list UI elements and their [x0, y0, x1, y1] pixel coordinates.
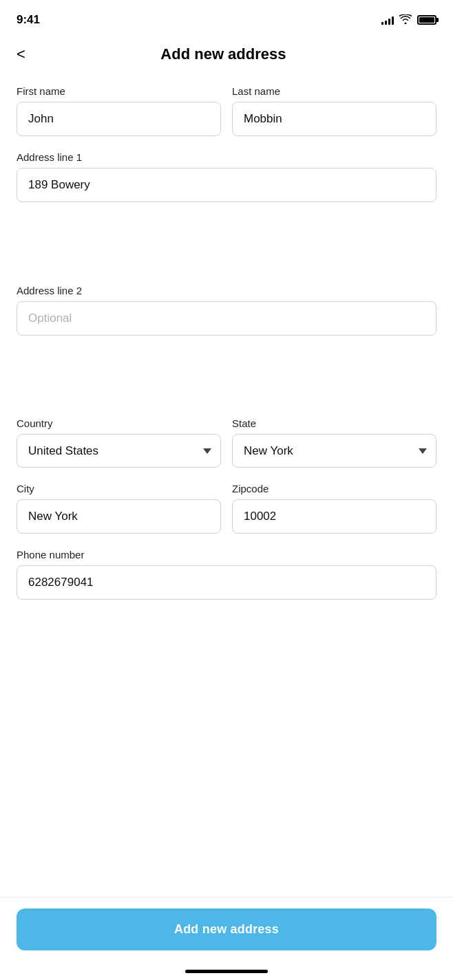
status-icons: [381, 14, 436, 26]
city-zip-row: City Zipcode: [17, 483, 436, 534]
city-group: City: [17, 483, 221, 534]
phone-label: Phone number: [17, 549, 436, 560]
city-input[interactable]: [17, 499, 221, 534]
first-name-input[interactable]: [17, 102, 221, 136]
page-title: Add new address: [31, 45, 416, 63]
country-group: Country United States Canada United King…: [17, 417, 221, 468]
phone-input[interactable]: [17, 565, 436, 600]
state-select-wrapper: New York California Texas: [232, 434, 436, 468]
country-select[interactable]: United States Canada United Kingdom: [17, 434, 221, 468]
bottom-action-area: Add new address: [0, 897, 453, 964]
city-label: City: [17, 483, 221, 494]
status-bar: 9:41: [0, 0, 453, 36]
first-name-label: First name: [17, 85, 221, 97]
signal-icon: [381, 15, 394, 25]
first-name-group: First name: [17, 85, 221, 136]
name-row: First name Last name: [17, 85, 436, 136]
phone-group: Phone number: [17, 549, 436, 667]
address-line2-input[interactable]: [17, 301, 436, 336]
address-line1-label: Address line 1: [17, 151, 436, 163]
state-label: State: [232, 417, 436, 429]
status-time: 9:41: [17, 13, 40, 27]
add-address-button[interactable]: Add new address: [17, 908, 436, 950]
home-bar: [185, 970, 268, 973]
last-name-label: Last name: [232, 85, 436, 97]
zipcode-group: Zipcode: [232, 483, 436, 534]
address-line1-group: Address line 1: [17, 151, 436, 270]
country-select-wrapper: United States Canada United Kingdom: [17, 434, 221, 468]
home-indicator: [0, 964, 453, 980]
battery-icon: [417, 15, 436, 25]
address-line2-label: Address line 2: [17, 285, 436, 296]
state-group: State New York California Texas: [232, 417, 436, 468]
country-label: Country: [17, 417, 221, 429]
form-container: First name Last name Address line 1 Addr…: [0, 77, 453, 696]
header: < Add new address: [0, 36, 453, 77]
bottom-spacer: [0, 696, 453, 897]
back-button[interactable]: <: [17, 43, 31, 66]
country-state-row: Country United States Canada United King…: [17, 417, 436, 468]
address-line1-input[interactable]: [17, 168, 436, 202]
address-line2-group: Address line 2: [17, 285, 436, 403]
last-name-group: Last name: [232, 85, 436, 136]
last-name-input[interactable]: [232, 102, 436, 136]
wifi-icon: [399, 14, 412, 26]
zipcode-input[interactable]: [232, 499, 436, 534]
state-select[interactable]: New York California Texas: [232, 434, 436, 468]
zipcode-label: Zipcode: [232, 483, 436, 494]
